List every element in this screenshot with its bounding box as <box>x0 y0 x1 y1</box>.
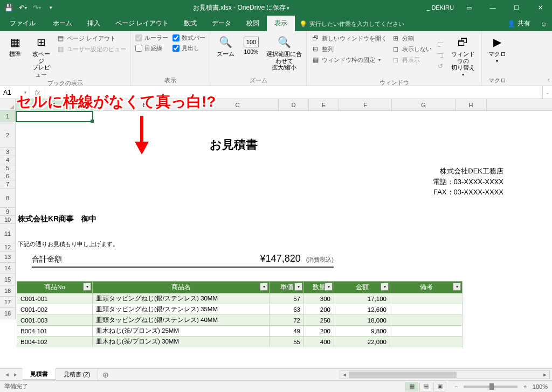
zoom-out-button[interactable]: − <box>452 383 460 390</box>
zoom-100-button[interactable]: 100100% <box>239 33 263 76</box>
table-header[interactable]: 数量▾ <box>304 282 334 293</box>
filter-button[interactable]: ▾ <box>294 283 302 291</box>
collapse-ribbon-button[interactable]: ˄ <box>547 79 550 85</box>
feedback-button[interactable]: ☺ <box>536 17 552 31</box>
filter-button[interactable]: ▾ <box>381 283 389 291</box>
normal-view-status[interactable]: ▦ <box>405 382 418 391</box>
sheet-tab-2[interactable]: 見積書 (2) <box>56 369 99 380</box>
save-button[interactable]: 💾 <box>2 1 15 14</box>
horizontal-scrollbar[interactable]: ◄► <box>113 370 552 379</box>
view-side-by-side-button[interactable]: ⫍ <box>435 40 446 50</box>
tab-insert[interactable]: 挿入 <box>80 16 108 31</box>
freeze-panes-button[interactable]: ▦ウィンドウ枠の固定▾ <box>310 55 388 65</box>
tab-view[interactable]: 表示 <box>267 16 295 31</box>
row-header-5[interactable]: 5 <box>0 164 16 172</box>
column-header-D[interactable]: D <box>279 99 309 110</box>
sync-scroll-button[interactable]: ⫎ <box>435 51 446 60</box>
zoom-slider[interactable] <box>464 386 518 388</box>
reset-position-button[interactable]: ↺ <box>435 61 446 71</box>
add-sheet-button[interactable]: ⊕ <box>98 370 113 379</box>
tab-file[interactable]: ファイル <box>0 16 45 31</box>
maximize-button[interactable]: ☐ <box>505 0 528 15</box>
close-button[interactable]: ✕ <box>528 0 552 15</box>
new-window-button[interactable]: 🗗新しいウィンドウを開く <box>310 33 388 43</box>
client-name: 株式会社KR商事 御中 <box>18 214 96 224</box>
tab-home[interactable]: ホーム <box>45 16 80 31</box>
table-row[interactable]: C001-003皿頭タッピングねじ(銀/ステンレス) 40MM7225018,0… <box>17 315 463 326</box>
sheet-nav[interactable]: ◄► <box>0 370 23 379</box>
arrange-button[interactable]: ⊟整列 <box>310 44 388 54</box>
row-header-3[interactable]: 3 <box>0 148 16 156</box>
table-row[interactable]: C001-002皿頭タッピングねじ(銀/ステンレス) 35MM6320012,6… <box>17 304 463 315</box>
filter-button[interactable]: ▾ <box>453 283 461 291</box>
row-header-6[interactable]: 6 <box>0 172 16 180</box>
unhide-button[interactable]: ◻再表示 <box>390 55 433 65</box>
zoom-level[interactable]: 100% <box>533 383 548 390</box>
zoom-selection-button[interactable]: 🔍選択範囲に合わせて 拡大/縮小 <box>265 33 303 76</box>
page-layout-button[interactable]: ▤ページ レイアウト <box>55 33 127 43</box>
column-header-F[interactable]: F <box>339 99 392 110</box>
macros-button[interactable]: ▶マクロ▾ <box>485 33 509 76</box>
table-header[interactable]: 金額▾ <box>334 282 390 293</box>
headings-checkbox[interactable]: 見出し <box>171 44 206 53</box>
switch-window-button[interactable]: 🗗ウィンドウの 切り替え▾ <box>448 33 478 78</box>
select-all-corner[interactable] <box>0 99 16 110</box>
row-header-16[interactable]: 16 <box>0 285 16 297</box>
row-header-15[interactable]: 15 <box>0 274 16 285</box>
tab-page-layout[interactable]: ページ レイアウト <box>108 16 176 31</box>
column-header-E[interactable]: E <box>309 99 339 110</box>
spreadsheet-grid[interactable]: 123456789101112131415161718 お見積書 株式会社DEK… <box>0 111 552 368</box>
row-header-9[interactable]: 9 <box>0 208 16 216</box>
table-row[interactable]: C001-001皿頭タッピングねじ(銀/ステンレス) 30MM5730017,1… <box>17 293 463 304</box>
undo-button[interactable]: ↶▾ <box>16 1 29 14</box>
row-header-14[interactable]: 14 <box>0 263 16 274</box>
expand-formula-bar[interactable]: ⌄ <box>542 86 552 99</box>
pagebreak-status[interactable]: ▣ <box>433 382 446 391</box>
formula-bar-checkbox[interactable]: 数式バー <box>171 33 206 43</box>
normal-view-button[interactable]: ▦標準 <box>3 33 27 79</box>
row-header-1[interactable]: 1 <box>0 111 16 122</box>
ruler-checkbox[interactable]: ルーラー <box>134 33 169 43</box>
row-header-11[interactable]: 11 <box>0 224 16 243</box>
filter-button[interactable]: ▾ <box>83 283 91 291</box>
table-row[interactable]: B004-102皿木ねじ(茶/ブロンズ) 30MM5540022,000 <box>17 337 463 347</box>
filter-button[interactable]: ▾ <box>260 283 268 291</box>
row-header-18[interactable]: 18 <box>0 308 16 319</box>
sheet-tab-active[interactable]: 見積書 <box>23 368 56 381</box>
row-header-2[interactable]: 2 <box>0 122 16 148</box>
tab-formulas[interactable]: 数式 <box>176 16 204 31</box>
column-header-G[interactable]: G <box>392 99 456 110</box>
table-header[interactable]: 備考▾ <box>390 282 463 293</box>
custom-view-button[interactable]: ▥ユーザー設定のビュー <box>55 44 127 54</box>
share-button[interactable]: 👤共有 <box>502 16 536 31</box>
user-name[interactable]: _ DEKIRU <box>423 4 457 11</box>
redo-button[interactable]: ↷▾ <box>30 1 43 14</box>
table-header[interactable]: 単価▾ <box>270 282 304 293</box>
split-button[interactable]: ⊞分割 <box>390 33 433 43</box>
minimize-button[interactable]: — <box>481 0 505 15</box>
pagebreak-preview-button[interactable]: ⊞改ページ プレビュー <box>29 33 53 79</box>
table-header[interactable]: 商品No▾ <box>17 282 93 293</box>
table-row[interactable]: B004-101皿木ねじ(茶/ブロンズ) 25MM492009,800 <box>17 326 463 337</box>
row-header-17[interactable]: 17 <box>0 297 16 308</box>
column-header-H[interactable]: H <box>456 99 487 110</box>
tell-me-box[interactable]: 💡実行したい作業を入力してください <box>295 17 409 31</box>
zoom-in-button[interactable]: + <box>521 383 529 390</box>
gridlines-checkbox[interactable]: 目盛線 <box>134 44 169 53</box>
qat-customize[interactable]: ▾ <box>44 1 57 14</box>
filter-button[interactable]: ▾ <box>325 283 333 291</box>
tab-data[interactable]: データ <box>204 16 239 31</box>
row-header-12[interactable]: 12 <box>0 243 16 251</box>
row-header-8[interactable]: 8 <box>0 188 16 208</box>
zoom-button[interactable]: 🔍ズーム <box>213 33 237 76</box>
table-header[interactable]: 商品名▾ <box>93 282 270 293</box>
row-header-10[interactable]: 10 <box>0 216 16 224</box>
hide-button[interactable]: ◻表示しない <box>390 44 433 54</box>
ribbon-display-button[interactable]: ▭ <box>457 0 481 15</box>
company-block: 株式会社DEK工務店 電話：03-XXXX-XXXX FAX：03-XXXX-X… <box>433 166 504 198</box>
page-layout-status[interactable]: ▤ <box>419 382 432 391</box>
tab-review[interactable]: 校閲 <box>239 16 267 31</box>
row-header-4[interactable]: 4 <box>0 156 16 164</box>
row-header-13[interactable]: 13 <box>0 251 16 263</box>
row-header-7[interactable]: 7 <box>0 180 16 188</box>
